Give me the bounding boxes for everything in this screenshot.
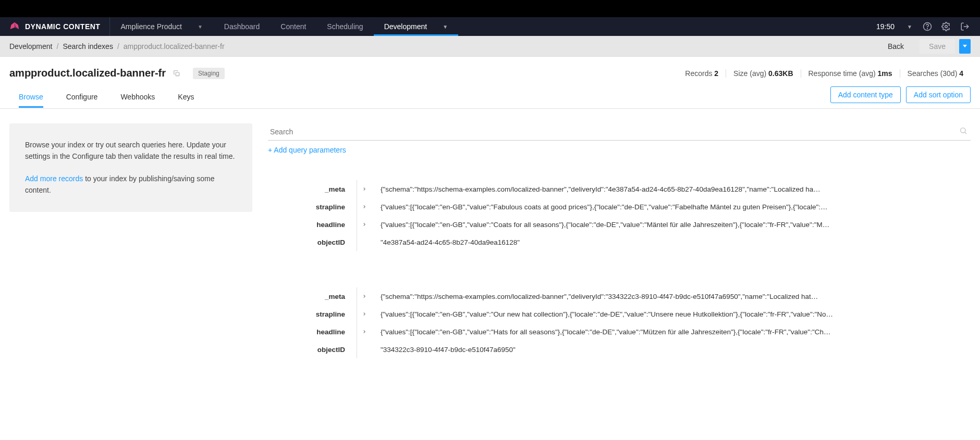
svg-point-4 — [945, 26, 948, 28]
record-value: {"values":[{"locale":"en-GB","value":"Fa… — [381, 203, 971, 211]
record-row: objectID"334322c3-8910-4f47-b9dc-e510f47… — [268, 341, 971, 358]
help-button[interactable] — [920, 19, 935, 34]
record-value: {"values":[{"locale":"en-GB","value":"Co… — [381, 221, 971, 229]
brand-text: DYNAMIC CONTENT — [25, 22, 100, 31]
record-key: headline — [268, 221, 357, 229]
record-key: strapline — [268, 203, 357, 211]
info-text: Browse your index or try out search quer… — [25, 139, 237, 162]
caret-down-icon: ▼ — [907, 24, 912, 30]
product-dropdown-label: Amplience Product — [120, 22, 182, 31]
brand-logo[interactable]: DYNAMIC CONTENT — [0, 17, 110, 36]
stats-bar: Records 2 Size (avg) 0.63KB Response tim… — [678, 69, 971, 78]
record-value: "334322c3-8910-4f47-b9dc-e510f47a6950" — [381, 346, 971, 354]
record-row: _meta{"schema":"https://schema-examples.… — [268, 287, 971, 305]
record-value: {"values":[{"locale":"en-GB","value":"Ha… — [381, 328, 971, 336]
record-row: objectID"4e387a54-ad24-4c65-8b27-40da9ea… — [268, 233, 971, 251]
page-tabs-row: Browse Configure Webhooks Keys Add conte… — [0, 79, 980, 109]
settings-button[interactable] — [938, 19, 954, 34]
page-header: ampproduct.localized-banner-fr Staging R… — [0, 57, 980, 79]
record-row: strapline{"values":[{"locale":"en-GB","v… — [268, 198, 971, 216]
svg-rect-6 — [176, 72, 179, 76]
tab-keys[interactable]: Keys — [178, 87, 194, 108]
record-row: _meta{"schema":"https://schema-examples.… — [268, 180, 971, 198]
info-panel: Browse your index or try out search quer… — [9, 123, 252, 212]
chevron-right-icon[interactable] — [357, 329, 372, 334]
record-key: _meta — [268, 185, 357, 193]
record-row: headline{"values":[{"locale":"en-GB","va… — [268, 323, 971, 341]
main-nav: DYNAMIC CONTENT Amplience Product ▼ Dash… — [0, 17, 980, 36]
record-value: {"schema":"https://schema-examples.com/l… — [381, 185, 971, 193]
svg-line-8 — [965, 132, 966, 134]
top-black-bar — [0, 0, 980, 17]
tab-webhooks[interactable]: Webhooks — [120, 87, 155, 108]
caret-down-icon: ▼ — [443, 24, 448, 30]
breadcrumb-sep: / — [117, 42, 119, 51]
nav-tab-content[interactable]: Content — [270, 17, 316, 36]
stat-size: Size (avg) 0.63KB — [726, 69, 801, 78]
logout-icon — [960, 22, 970, 31]
nav-tab-scheduling[interactable]: Scheduling — [316, 17, 373, 36]
chevron-right-icon[interactable] — [357, 186, 372, 192]
record-key: _meta — [268, 293, 357, 300]
logout-button[interactable] — [957, 19, 973, 34]
nav-tabs: Dashboard Content Scheduling Development… — [214, 17, 458, 36]
info-line-2: Add more records to your index by publis… — [25, 173, 237, 196]
record-row: strapline{"values":[{"locale":"en-GB","v… — [268, 305, 971, 323]
breadcrumb-current: ampproduct.localized-banner-fr — [124, 42, 225, 51]
record-key: strapline — [268, 310, 357, 318]
chevron-right-icon[interactable] — [357, 294, 372, 299]
tab-configure[interactable]: Configure — [66, 87, 98, 108]
svg-point-3 — [927, 29, 928, 29]
search-icon — [959, 127, 967, 136]
content-area: Browse your index or try out search quer… — [0, 109, 980, 409]
help-icon — [923, 22, 932, 31]
copy-icon[interactable] — [173, 70, 180, 77]
save-button: Save — [920, 39, 955, 54]
record: _meta{"schema":"https://schema-examples.… — [268, 180, 971, 251]
breadcrumb-sep: / — [57, 42, 59, 51]
record-key: objectID — [268, 238, 357, 246]
breadcrumb-bar: Development / Search indexes / ampproduc… — [0, 36, 980, 57]
record: _meta{"schema":"https://schema-examples.… — [268, 287, 971, 358]
stat-records: Records 2 — [678, 69, 726, 78]
back-button[interactable]: Back — [879, 39, 912, 54]
search-input[interactable] — [268, 123, 971, 141]
save-dropdown-button[interactable] — [959, 39, 971, 54]
add-more-records-link[interactable]: Add more records — [25, 174, 83, 183]
nav-right: 19:50 ▼ — [869, 17, 980, 36]
nav-tab-dashboard[interactable]: Dashboard — [214, 17, 271, 36]
caret-down-icon: ▼ — [198, 24, 203, 30]
record-value: "4e387a54-ad24-4c65-8b27-40da9ea16128" — [381, 238, 971, 246]
chevron-right-icon[interactable] — [357, 311, 372, 317]
time-label: 19:50 — [876, 22, 895, 31]
search-wrap — [268, 123, 971, 141]
add-sort-option-button[interactable]: Add sort option — [906, 86, 971, 103]
breadcrumb-search-indexes[interactable]: Search indexes — [63, 42, 113, 51]
page-title: ampproduct.localized-banner-fr — [9, 67, 166, 79]
record-key: headline — [268, 328, 357, 336]
staging-badge: Staging — [193, 68, 225, 79]
tab-browse[interactable]: Browse — [19, 87, 43, 108]
logo-icon — [9, 21, 20, 32]
record-row: headline{"values":[{"locale":"en-GB","va… — [268, 216, 971, 233]
stat-response-time: Response time (avg) 1ms — [801, 69, 900, 78]
add-query-parameters-link[interactable]: + Add query parameters — [268, 146, 346, 154]
caret-down-icon — [963, 45, 967, 47]
breadcrumb-development[interactable]: Development — [9, 42, 53, 51]
chevron-right-icon[interactable] — [357, 204, 372, 209]
nav-tab-development[interactable]: Development▼ — [374, 17, 458, 36]
main-column: + Add query parameters _meta{"schema":"h… — [268, 123, 971, 395]
svg-point-7 — [961, 128, 965, 133]
add-content-type-button[interactable]: Add content type — [830, 86, 901, 103]
product-dropdown[interactable]: Amplience Product ▼ — [110, 17, 213, 36]
time-dropdown[interactable]: 19:50 ▼ — [876, 22, 916, 31]
record-value: {"values":[{"locale":"en-GB","value":"Ou… — [381, 310, 971, 318]
page-tabs: Browse Configure Webhooks Keys — [19, 87, 194, 108]
gear-icon — [941, 22, 951, 31]
stat-searches: Searches (30d) 4 — [900, 69, 971, 78]
record-key: objectID — [268, 346, 357, 354]
record-value: {"schema":"https://schema-examples.com/l… — [381, 293, 971, 300]
chevron-right-icon[interactable] — [357, 222, 372, 227]
